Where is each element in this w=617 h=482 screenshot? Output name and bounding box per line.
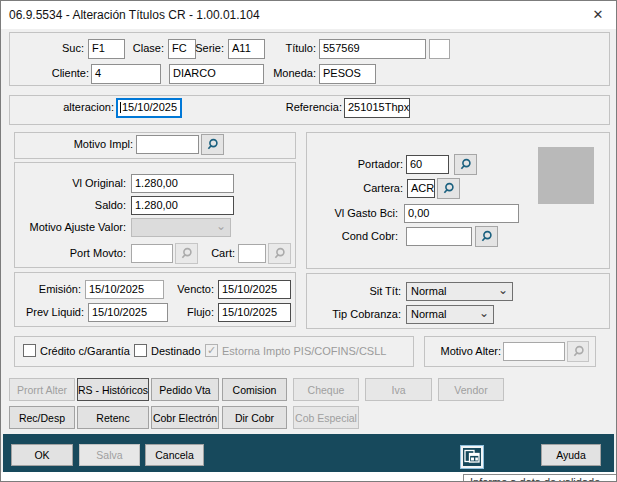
window-title: 06.9.5534 - Alteración Títulos CR - 1.00… bbox=[9, 8, 260, 22]
rs-historicos-button[interactable]: RS - Históricos bbox=[77, 378, 149, 401]
motivo-ajuste-label: Motivo Ajuste Valor: bbox=[21, 221, 126, 233]
referencia-field[interactable]: 251015Thpx bbox=[344, 98, 410, 118]
tip-cobranza-label: Tip Cobranza: bbox=[323, 308, 401, 320]
rec-desp-button[interactable]: Rec/Desp bbox=[9, 406, 75, 429]
suc-field[interactable]: F1 bbox=[88, 39, 125, 59]
vl-gasto-field[interactable]: 0,00 bbox=[404, 204, 519, 223]
titlebar: 06.9.5534 - Alteración Títulos CR - 1.00… bbox=[1, 1, 616, 29]
flujo-label: Flujo: bbox=[181, 306, 214, 318]
motivo-alter-search-button bbox=[567, 341, 589, 362]
saldo-field[interactable]: 1.280,00 bbox=[131, 196, 234, 215]
related-panel-button[interactable] bbox=[460, 445, 484, 469]
chevron-down-icon: ⌄ bbox=[216, 219, 226, 233]
alteracion-label: alteracion: bbox=[39, 101, 114, 113]
cartera-search-button[interactable] bbox=[437, 178, 460, 199]
port-movto-field[interactable] bbox=[131, 244, 173, 263]
search-icon bbox=[572, 345, 585, 358]
search-icon bbox=[180, 247, 193, 260]
vl-original-label: Vl Original: bbox=[46, 177, 126, 189]
referencia-label: Referencia: bbox=[282, 101, 342, 113]
ayuda-button[interactable]: Ayuda bbox=[541, 444, 601, 466]
titulo-label: Título: bbox=[269, 42, 316, 54]
iva-button: Iva bbox=[365, 378, 432, 401]
vendor-button: Vendor bbox=[438, 378, 504, 401]
text-caret bbox=[120, 102, 121, 113]
cond-cobr-search-button[interactable] bbox=[475, 226, 498, 247]
cliente-label: Cliente: bbox=[39, 67, 89, 79]
search-icon bbox=[480, 230, 493, 243]
tip-cobranza-combo[interactable]: Normal⌄ bbox=[406, 305, 494, 324]
estorna-label: Estorna Impto PIS/COFINS/CSLL bbox=[222, 345, 386, 357]
cobr-electron-button[interactable]: Cobr Electrón bbox=[151, 406, 219, 429]
destinado-label: Destinado bbox=[151, 345, 201, 357]
search-icon bbox=[459, 158, 472, 171]
emision-label: Emisión: bbox=[29, 283, 81, 295]
search-icon bbox=[206, 138, 219, 151]
retenc-button[interactable]: Retenc bbox=[77, 406, 149, 429]
motivo-impl-field[interactable] bbox=[136, 135, 199, 154]
cliente-name-field[interactable]: DIARCO bbox=[169, 64, 264, 84]
motivo-alter-label: Motivo Alter: bbox=[433, 345, 501, 357]
search-icon bbox=[273, 247, 286, 260]
serie-label: Serie: bbox=[189, 42, 224, 54]
status-tooltip-text: Informe a data de validade bbox=[470, 476, 617, 482]
vencto-field[interactable]: 15/10/2025 bbox=[218, 280, 291, 299]
cartera-field[interactable]: ACR bbox=[407, 179, 435, 198]
portador-label: Portador: bbox=[341, 158, 403, 170]
credito-label: Crédito c/Garantía bbox=[40, 345, 130, 357]
suc-label: Suc: bbox=[39, 42, 84, 54]
pedido-vta-button[interactable]: Pedido Vta bbox=[151, 378, 219, 401]
cliente-code-field[interactable]: 4 bbox=[91, 64, 161, 84]
motivo-alter-field[interactable] bbox=[503, 342, 565, 361]
titulo-field[interactable]: 557569 bbox=[319, 39, 426, 59]
motivo-impl-label: Motivo Impl: bbox=[53, 138, 133, 150]
alteracion-date-field[interactable]: 15/10/2025 bbox=[116, 98, 182, 118]
motivo-impl-search-button[interactable] bbox=[201, 134, 224, 155]
vl-gasto-label: Vl Gasto Bci: bbox=[326, 207, 398, 219]
image-placeholder bbox=[538, 147, 594, 204]
salva-button: Salva bbox=[79, 444, 140, 466]
alteracion-date-value: 15/10/2025 bbox=[122, 101, 177, 113]
cascade-windows-icon bbox=[463, 448, 481, 466]
moneda-field[interactable]: PESOS bbox=[319, 64, 376, 84]
sit-tit-label: Sit Tít: bbox=[351, 285, 401, 297]
sit-tit-combo[interactable]: Normal⌄ bbox=[406, 282, 513, 301]
motivo-ajuste-combo: ⌄ bbox=[131, 218, 231, 237]
dir-cobr-button[interactable]: Dir Cobr bbox=[222, 406, 287, 429]
prorrt-alter-button: Prorrt Alter bbox=[9, 378, 75, 401]
port-movto-search-button bbox=[175, 243, 198, 264]
serie-field[interactable]: A11 bbox=[228, 39, 265, 59]
cart-search-button bbox=[268, 243, 291, 264]
vencto-label: Vencto: bbox=[169, 283, 214, 295]
cartera-label: Cartera: bbox=[345, 182, 403, 194]
prev-liquid-field[interactable]: 15/10/2025 bbox=[88, 303, 168, 322]
chevron-down-icon: ⌄ bbox=[498, 283, 508, 297]
cancela-button[interactable]: Cancela bbox=[145, 444, 204, 466]
estorna-checkbox: ✓ bbox=[205, 344, 218, 357]
close-icon[interactable]: ✕ bbox=[587, 6, 609, 24]
saldo-label: Saldo: bbox=[46, 199, 126, 211]
flujo-field[interactable]: 15/10/2025 bbox=[218, 303, 291, 322]
emision-field[interactable]: 15/10/2025 bbox=[85, 280, 164, 299]
cart-field[interactable] bbox=[238, 244, 266, 263]
credito-checkbox[interactable] bbox=[23, 344, 36, 357]
check-icon: ✓ bbox=[207, 344, 216, 356]
sit-tit-value: Normal bbox=[411, 285, 446, 297]
tip-cobranza-value: Normal bbox=[411, 308, 446, 320]
search-icon bbox=[442, 182, 455, 195]
cond-cobr-field[interactable] bbox=[406, 227, 472, 246]
ok-button[interactable]: OK bbox=[11, 444, 73, 466]
vl-original-field[interactable]: 1.280,00 bbox=[131, 174, 234, 193]
portador-field[interactable]: 60 bbox=[406, 155, 449, 174]
chevron-down-icon: ⌄ bbox=[479, 306, 489, 320]
cart-label: Cart: bbox=[205, 247, 235, 259]
dialog-window: 06.9.5534 - Alteración Títulos CR - 1.00… bbox=[0, 0, 617, 482]
status-tooltip: Informe a data de validade bbox=[463, 474, 617, 482]
clase-label: Clase: bbox=[124, 42, 164, 54]
destinado-checkbox[interactable] bbox=[134, 344, 147, 357]
comision-button[interactable]: Comision bbox=[222, 378, 287, 401]
prev-liquid-label: Prev Liquid: bbox=[21, 306, 84, 318]
titulo-extra-field[interactable] bbox=[429, 39, 450, 59]
portador-search-button[interactable] bbox=[454, 154, 477, 175]
moneda-label: Moneda: bbox=[263, 67, 316, 79]
